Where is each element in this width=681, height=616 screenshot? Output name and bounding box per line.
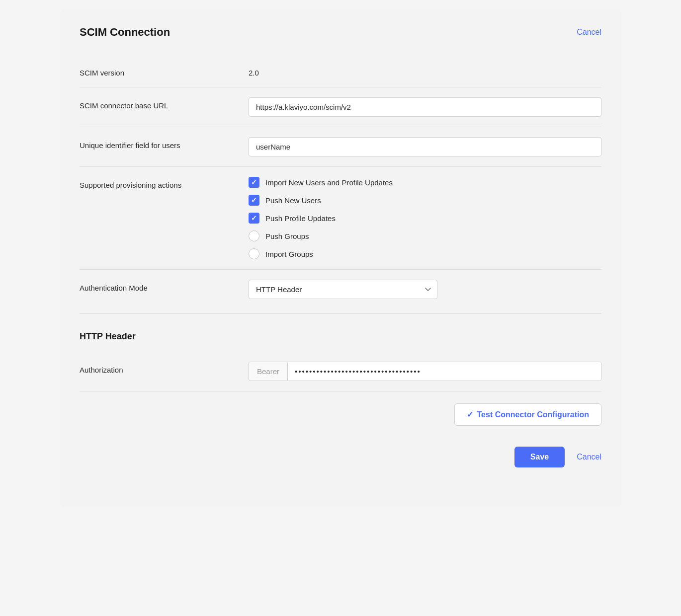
checkbox-import-groups-label: Import Groups: [265, 250, 313, 258]
authentication-mode-select[interactable]: HTTP Header Basic Auth OAuth: [249, 280, 437, 299]
unique-identifier-input[interactable]: [249, 137, 601, 156]
scim-version-value: 2.0: [249, 65, 601, 77]
http-header-section: HTTP Header Authorization Bearer ✓ Test …: [80, 317, 601, 431]
bottom-actions: Save Cancel: [80, 447, 601, 467]
test-connector-row: ✓ Test Connector Configuration: [80, 403, 601, 431]
checkbox-import-new-users-checked[interactable]: [249, 177, 259, 188]
save-button[interactable]: Save: [514, 447, 565, 467]
checkbox-push-new-users-checked[interactable]: [249, 195, 259, 206]
bottom-cancel-link[interactable]: Cancel: [577, 453, 601, 462]
scim-version-row: SCIM version 2.0: [80, 55, 601, 87]
auth-bearer-prefix: Bearer: [249, 362, 288, 381]
provisioning-actions-row: Supported provisioning actions Import Ne…: [80, 167, 601, 270]
http-header-title: HTTP Header: [80, 331, 601, 342]
unique-identifier-label: Unique identifier field for users: [80, 137, 249, 150]
scim-base-url-input[interactable]: [249, 97, 601, 117]
test-connector-button-label: Test Connector Configuration: [477, 410, 589, 419]
test-connector-button[interactable]: ✓ Test Connector Configuration: [454, 403, 601, 426]
scim-base-url-label: SCIM connector base URL: [80, 97, 249, 110]
page-container: SCIM Connection Cancel SCIM version 2.0 …: [60, 10, 621, 507]
authorization-row: Authorization Bearer: [80, 352, 601, 391]
authentication-mode-row: Authentication Mode HTTP Header Basic Au…: [80, 270, 601, 309]
checkbox-item-import-groups[interactable]: Import Groups: [249, 248, 393, 259]
checkbox-item-import-new-users[interactable]: Import New Users and Profile Updates: [249, 177, 393, 188]
header-cancel-link[interactable]: Cancel: [577, 28, 601, 37]
scim-version-label: SCIM version: [80, 65, 249, 77]
provisioning-actions-label: Supported provisioning actions: [80, 177, 249, 189]
auth-input-group: Bearer: [249, 362, 601, 381]
checkbox-item-push-new-users[interactable]: Push New Users: [249, 195, 393, 206]
checkbox-item-push-profile-updates[interactable]: Push Profile Updates: [249, 213, 393, 224]
form-section: SCIM version 2.0 SCIM connector base URL…: [80, 55, 601, 309]
header: SCIM Connection Cancel: [80, 26, 601, 39]
checkbox-push-new-users-label: Push New Users: [265, 196, 321, 205]
authorization-label: Authorization: [80, 362, 249, 374]
auth-token-input[interactable]: [288, 362, 601, 381]
test-connector-check-icon: ✓: [467, 410, 473, 419]
checkbox-import-groups-unchecked[interactable]: [249, 248, 259, 259]
checkbox-push-groups-label: Push Groups: [265, 232, 309, 240]
checkbox-item-push-groups[interactable]: Push Groups: [249, 231, 393, 241]
checkbox-push-profile-updates-checked[interactable]: [249, 213, 259, 224]
checkbox-import-new-users-label: Import New Users and Profile Updates: [265, 178, 393, 187]
section-divider: [80, 313, 601, 313]
scim-base-url-row: SCIM connector base URL: [80, 87, 601, 127]
page-title: SCIM Connection: [80, 26, 170, 39]
authentication-mode-label: Authentication Mode: [80, 280, 249, 292]
checkbox-push-profile-updates-label: Push Profile Updates: [265, 214, 336, 223]
checkboxes-container: Import New Users and Profile Updates Pus…: [249, 177, 393, 259]
checkbox-push-groups-unchecked[interactable]: [249, 231, 259, 241]
unique-identifier-row: Unique identifier field for users: [80, 127, 601, 167]
